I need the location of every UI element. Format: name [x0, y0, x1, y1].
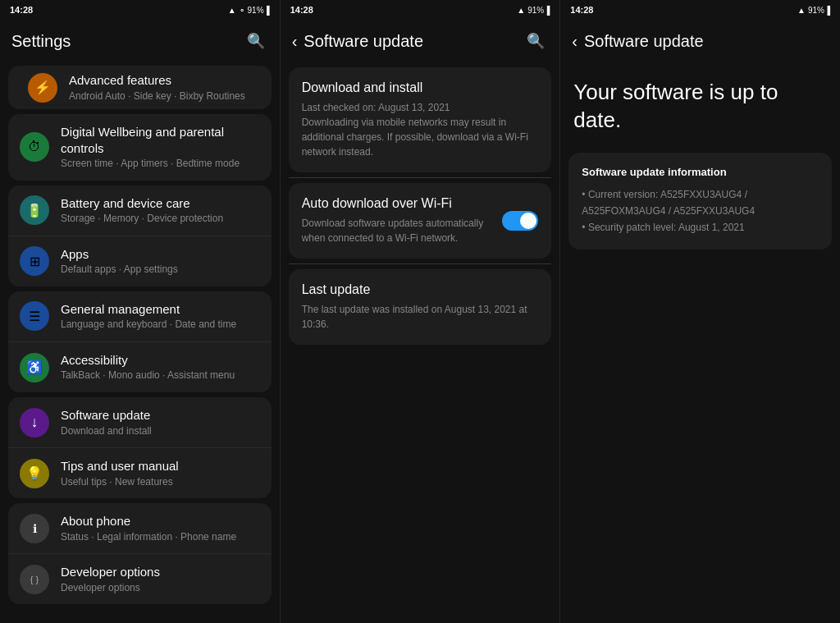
tips-subtitle: Useful tips · New features	[61, 476, 260, 489]
up-to-date-content: Your software is up to date. Software up…	[560, 62, 840, 623]
divider-2	[289, 263, 552, 264]
up-to-date-header: ‹ Software update	[560, 20, 840, 62]
advanced-features-title: Advanced features	[69, 72, 252, 89]
apps-icon: ⊞	[20, 246, 49, 276]
signal-icon: ▲	[228, 6, 236, 15]
last-update-section[interactable]: Last update The last update was installe…	[289, 269, 552, 345]
auto-download-desc: Download software updates automatically …	[302, 216, 503, 245]
download-install-section[interactable]: Download and install Last checked on: Au…	[289, 67, 552, 172]
accessibility-title: Accessibility	[61, 352, 260, 369]
advanced-features-subtitle: Android Auto · Side key · Bixby Routines	[69, 90, 252, 103]
signal-icon-3: ▲	[797, 6, 806, 15]
battery-icon: 🔋	[20, 195, 49, 225]
software-update-content: Download and install Last checked on: Au…	[281, 62, 560, 623]
back-button-3[interactable]: ‹	[572, 32, 578, 51]
digital-wellbeing-item[interactable]: ⏱ Digital Wellbeing and parental control…	[8, 114, 272, 181]
software-update-panel: 14:28 ▲ 91%▐ ‹ Software update 🔍 Downloa…	[280, 0, 560, 623]
auto-download-section[interactable]: Auto download over Wi-Fi Download softwa…	[289, 183, 552, 259]
battery-text-2: 91%▐	[527, 6, 550, 15]
settings-header: Settings 🔍	[0, 20, 280, 62]
settings-title: Settings	[11, 32, 244, 51]
signal-icon-2: ▲	[517, 6, 525, 15]
search-icon[interactable]: 🔍	[244, 29, 268, 53]
general-management-item[interactable]: ☰ General management Language and keyboa…	[8, 291, 272, 342]
developer-options-title: Developer options	[61, 564, 260, 580]
up-to-date-panel: 14:28 ▲ 91%▐ ‹ Software update Your soft…	[559, 0, 840, 623]
up-to-date-header-title: Software update	[584, 32, 829, 51]
last-update-title: Last update	[302, 282, 539, 297]
software-section: ↓ Software update Download and install 💡…	[8, 397, 272, 498]
status-icons-3: ▲ 91%▐	[797, 6, 830, 15]
up-to-date-message: Your software is up to date.	[560, 62, 840, 148]
general-management-subtitle: Language and keyboard · Date and time	[61, 318, 260, 332]
status-bar-1: 14:28 ▲ ⚬ 91%▐	[0, 0, 280, 20]
settings-list: ⚡ Advanced features Android Auto · Side …	[0, 62, 280, 623]
apps-subtitle: Default apps · App settings	[61, 263, 260, 277]
software-info-version: • Current version: A525FXXU3AUG4 / A525F…	[582, 186, 819, 220]
time-1: 14:28	[10, 5, 33, 15]
battery-item[interactable]: 🔋 Battery and device care Storage · Memo…	[8, 186, 272, 236]
accessibility-subtitle: TalkBack · Mono audio · Assistant menu	[61, 369, 260, 383]
time-3: 14:28	[570, 5, 593, 15]
status-icons-1: ▲ ⚬ 91%▐	[228, 6, 270, 15]
tips-item[interactable]: 💡 Tips and user manual Useful tips · New…	[8, 448, 272, 498]
software-update-header-title: Software update	[304, 32, 523, 51]
digital-wellbeing-section: ⏱ Digital Wellbeing and parental control…	[8, 114, 272, 181]
software-update-item[interactable]: ↓ Software update Download and install	[8, 397, 272, 448]
battery-text: 91%▐	[248, 6, 270, 15]
download-install-desc: Last checked on: August 13, 2021Download…	[302, 100, 539, 159]
developer-options-item[interactable]: { } Developer options Developer options	[8, 554, 272, 604]
advanced-features-item[interactable]: ⚡ Advanced features Android Auto · Side …	[8, 66, 272, 109]
last-update-desc: The last update was installed on August …	[302, 302, 539, 332]
auto-download-title: Auto download over Wi-Fi	[302, 196, 503, 211]
developer-options-subtitle: Developer options	[61, 582, 260, 595]
software-info-box: Software update information • Current ve…	[568, 153, 832, 250]
about-phone-icon: ℹ	[20, 514, 49, 543]
developer-options-icon: { }	[20, 565, 49, 594]
advanced-features-icon: ⚡	[28, 73, 57, 103]
battery-text-3: 91%▐	[808, 6, 830, 15]
software-update-title: Software update	[61, 407, 260, 424]
accessibility-item[interactable]: ♿ Accessibility TalkBack · Mono audio · …	[8, 342, 272, 392]
general-section: ☰ General management Language and keyboa…	[8, 291, 272, 392]
divider-1	[289, 177, 552, 178]
software-info-title: Software update information	[582, 166, 819, 178]
digital-wellbeing-title: Digital Wellbeing and parental controls	[61, 124, 260, 156]
apps-title: Apps	[61, 246, 260, 263]
digital-wellbeing-subtitle: Screen time · App timers · Bedtime mode	[61, 158, 260, 171]
accessibility-icon: ♿	[20, 353, 49, 383]
general-management-title: General management	[61, 301, 260, 318]
apps-item[interactable]: ⊞ Apps Default apps · App settings	[8, 236, 272, 286]
general-management-icon: ☰	[20, 301, 49, 331]
download-install-title: Download and install	[302, 80, 539, 95]
auto-download-toggle[interactable]	[502, 211, 538, 231]
status-bar-2: 14:28 ▲ 91%▐	[281, 0, 560, 20]
auto-download-row: Auto download over Wi-Fi Download softwa…	[302, 196, 539, 245]
time-2: 14:28	[290, 5, 313, 15]
back-button-2[interactable]: ‹	[292, 32, 298, 51]
status-bar-3: 14:28 ▲ 91%▐	[560, 0, 840, 20]
search-icon-2[interactable]: 🔍	[523, 29, 548, 53]
toggle-knob	[520, 213, 536, 229]
battery-subtitle: Storage · Memory · Device protection	[61, 213, 260, 226]
software-info-patch: • Security patch level: August 1, 2021	[582, 219, 819, 236]
settings-panel: 14:28 ▲ ⚬ 91%▐ Settings 🔍 ⚡ Advanced fea…	[0, 0, 280, 623]
software-update-icon: ↓	[20, 408, 49, 437]
about-phone-subtitle: Status · Legal information · Phone name	[61, 531, 260, 544]
battery-section: 🔋 Battery and device care Storage · Memo…	[8, 186, 272, 286]
battery-title: Battery and device care	[61, 195, 260, 212]
about-phone-title: About phone	[61, 513, 260, 529]
software-update-header: ‹ Software update 🔍	[281, 20, 560, 62]
software-update-subtitle: Download and install	[61, 425, 260, 438]
status-icons-2: ▲ 91%▐	[517, 6, 550, 15]
about-phone-item[interactable]: ℹ About phone Status · Legal information…	[8, 503, 272, 554]
about-section: ℹ About phone Status · Legal information…	[8, 503, 272, 604]
tips-title: Tips and user manual	[61, 458, 260, 474]
tips-icon: 💡	[20, 459, 49, 488]
wifi-icon: ⚬	[239, 6, 245, 15]
digital-wellbeing-icon: ⏱	[20, 132, 49, 162]
